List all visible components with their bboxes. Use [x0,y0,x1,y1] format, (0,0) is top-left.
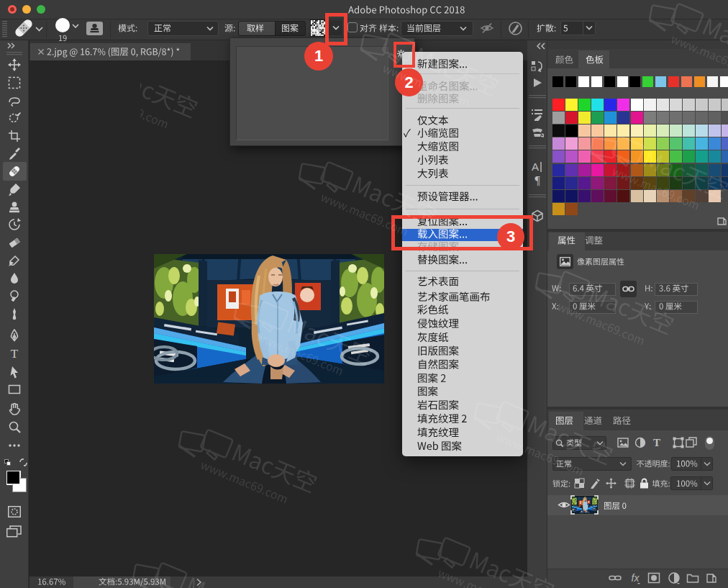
svg-text:T: T [11,347,19,360]
svg-text:¶: ¶ [534,174,540,186]
svg-text:A: A [532,160,539,173]
svg-text:T: T [653,437,660,448]
svg-text:fx: fx [632,572,640,584]
